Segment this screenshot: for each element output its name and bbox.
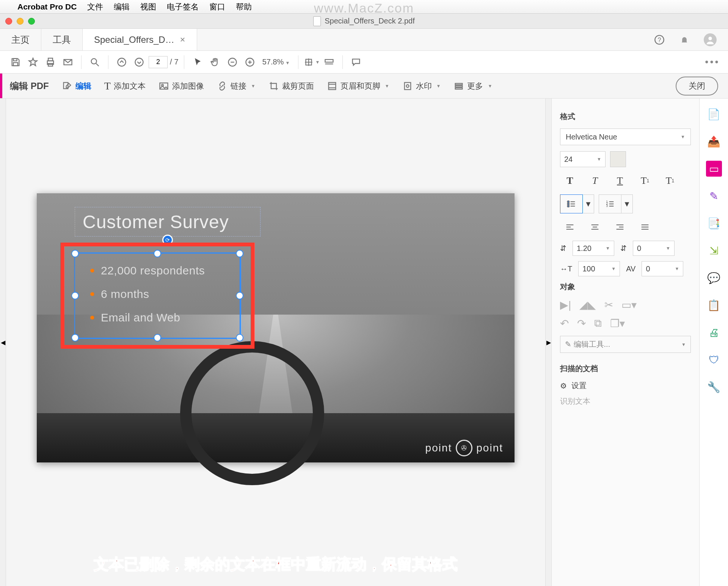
bullet-list[interactable]: 22,000 respondents 6 months Email and We… [90, 264, 205, 335]
slide-title-box[interactable]: Customer Survey ⟳ [75, 207, 260, 237]
watermark-button[interactable]: 水印▼ [402, 81, 441, 91]
resize-handle[interactable] [236, 250, 243, 257]
arrange-icon[interactable]: ❐▾ [610, 317, 625, 330]
settings-button[interactable]: ⚙ 设置 [560, 381, 691, 391]
more-button[interactable]: 更多▼ [453, 81, 492, 91]
star-icon[interactable] [25, 54, 41, 70]
maximize-window-icon[interactable] [28, 18, 35, 25]
sign-icon[interactable]: ✎ [706, 188, 722, 204]
compress-icon[interactable]: ⇲ [706, 243, 722, 259]
svg-rect-30 [455, 85, 463, 87]
hand-icon[interactable] [207, 54, 223, 70]
resize-handle[interactable] [71, 250, 79, 257]
crop-button[interactable]: 裁剪页面 [268, 81, 314, 91]
bullet-list-button[interactable]: ▼ [560, 194, 594, 213]
align-object-icon[interactable]: ▭▾ [621, 299, 637, 311]
zoom-in-icon[interactable] [242, 54, 258, 70]
crop-object-icon[interactable]: ✂ [604, 299, 613, 311]
header-footer-button[interactable]: 页眉和页脚▼ [327, 81, 389, 91]
menu-sign[interactable]: 电子签名 [167, 2, 199, 12]
tab-tools[interactable]: 工具 [41, 29, 83, 50]
italic-icon[interactable]: T [585, 172, 605, 189]
fit-icon[interactable]: ▼ [304, 54, 320, 70]
menu-window[interactable]: 窗口 [209, 2, 225, 12]
zoom-out-icon[interactable] [224, 54, 240, 70]
link-button[interactable]: 链接▼ [217, 81, 256, 91]
export-pdf-icon[interactable]: 📤 [706, 133, 722, 149]
resize-handle[interactable] [154, 334, 161, 342]
search-icon[interactable] [87, 54, 103, 70]
tracking-input[interactable]: 0▼ [642, 261, 683, 276]
minimize-window-icon[interactable] [17, 18, 24, 25]
comment-rail-icon[interactable]: 💬 [706, 270, 722, 286]
mac-menubar: Acrobat Pro DC 文件 编辑 视图 电子签名 窗口 帮助 www.M… [0, 0, 728, 14]
paragraph-spacing-input[interactable]: 0▼ [633, 241, 675, 256]
edit-pdf-icon[interactable]: ▭ [706, 161, 722, 177]
close-tab-icon[interactable]: ✕ [180, 36, 185, 44]
comment-icon[interactable] [348, 54, 364, 70]
protect-icon[interactable]: 🛡 [706, 352, 722, 368]
save-icon[interactable] [8, 54, 24, 70]
scan-icon[interactable]: 🖨 [706, 324, 722, 340]
line-spacing-input[interactable]: 1.20▼ [573, 241, 614, 256]
resize-handle[interactable] [236, 292, 243, 299]
menu-help[interactable]: 帮助 [236, 2, 252, 12]
font-select[interactable]: Helvetica Neue▼ [560, 128, 691, 145]
font-size-select[interactable]: 24▼ [560, 151, 606, 167]
subscript-icon[interactable]: T1 [660, 172, 680, 189]
menu-edit[interactable]: 编辑 [114, 2, 130, 12]
bell-icon[interactable] [679, 34, 690, 45]
resize-handle[interactable] [71, 292, 79, 299]
color-swatch[interactable] [610, 151, 626, 167]
edit-button[interactable]: 编辑 [62, 81, 91, 91]
close-editbar-button[interactable]: 关闭 [676, 77, 718, 96]
add-text-button[interactable]: T添加文本 [104, 80, 146, 92]
resize-handle[interactable] [236, 334, 243, 342]
zoom-level[interactable]: 57.8%▼ [262, 58, 290, 66]
create-pdf-icon[interactable]: 📄 [706, 106, 722, 122]
window-title: Special_Offers_Deck 2.pdf [313, 16, 415, 26]
recognize-text-button[interactable]: 识别文本 [560, 396, 691, 406]
combine-icon[interactable]: 📋 [706, 297, 722, 313]
tab-document[interactable]: Special_Offers_D… ✕ [83, 29, 197, 50]
left-gutter-expand[interactable]: ◀ [0, 99, 6, 586]
underline-icon[interactable]: T [610, 172, 630, 189]
edit-tool-dropdown[interactable]: ✎ 编辑工具...▼ [560, 336, 691, 353]
close-window-icon[interactable] [5, 18, 12, 25]
document-canvas[interactable]: Customer Survey ⟳ 22,000 respondents 6 m… [6, 99, 545, 586]
organize-icon[interactable]: 📑 [706, 215, 722, 231]
resize-handle[interactable] [71, 334, 79, 342]
page-up-icon[interactable] [114, 54, 130, 70]
ruler-icon[interactable] [321, 54, 337, 70]
replace-image-icon[interactable]: ⧉ [594, 317, 602, 330]
right-gutter-expand[interactable]: ▶ [545, 99, 551, 586]
rotate-cw-icon[interactable]: ↷ [577, 317, 586, 330]
tools-icon[interactable]: 🔧 [706, 379, 722, 395]
rotate-ccw-icon[interactable]: ↶ [560, 317, 569, 330]
flip-v-icon[interactable]: ◢◣ [579, 299, 596, 311]
help-icon[interactable]: ? [654, 34, 665, 45]
tab-home[interactable]: 主页 [0, 29, 41, 50]
numbered-list-button[interactable]: 123 ▼ [599, 194, 633, 213]
print-icon[interactable] [42, 54, 58, 70]
mail-icon[interactable] [60, 54, 76, 70]
more-icon[interactable]: ••• [704, 54, 720, 70]
superscript-icon[interactable]: T1 [635, 172, 655, 189]
svg-rect-6 [48, 58, 53, 61]
page-current-input[interactable] [149, 56, 168, 68]
bold-icon[interactable]: T [560, 172, 580, 189]
resize-handle[interactable] [154, 250, 161, 257]
page-down-icon[interactable] [131, 54, 147, 70]
align-center-icon[interactable] [585, 219, 605, 235]
pointer-icon[interactable] [190, 54, 206, 70]
add-image-button[interactable]: 添加图像 [158, 81, 204, 91]
flip-h-icon[interactable]: ▶| [560, 299, 571, 311]
avatar[interactable] [704, 33, 717, 46]
menu-view[interactable]: 视图 [140, 2, 156, 12]
align-left-icon[interactable] [560, 219, 580, 235]
hscale-input[interactable]: 100▼ [578, 261, 620, 276]
align-right-icon[interactable] [610, 219, 630, 235]
text-selection-box[interactable]: 22,000 respondents 6 months Email and We… [74, 252, 241, 339]
menu-file[interactable]: 文件 [87, 2, 103, 12]
align-justify-icon[interactable] [635, 219, 655, 235]
